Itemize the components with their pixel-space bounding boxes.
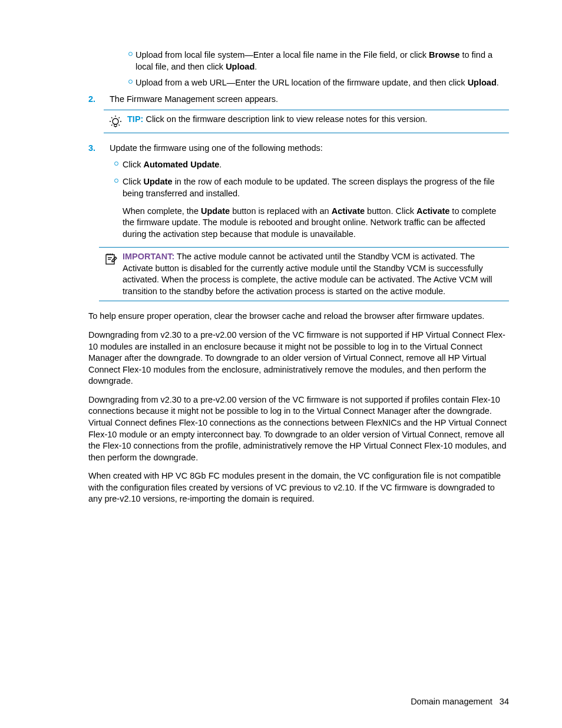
important-text: The active module cannot be activated un… <box>123 252 492 296</box>
paragraph: To help ensure proper operation, clear t… <box>88 311 509 322</box>
continuation-text: When complete, the Update button is repl… <box>123 206 509 241</box>
text: When complete, the <box>123 206 201 216</box>
page-footer: Domain management 34 <box>411 696 509 708</box>
svg-point-0 <box>113 118 118 124</box>
important-callout: IMPORTANT: The active module cannot be a… <box>99 247 509 301</box>
step-3: 3. Update the firmware using one of the … <box>88 143 509 154</box>
step-text: The Firmware Management screen appears. <box>110 94 509 106</box>
text: Upload from local file system—Enter a lo… <box>135 50 429 60</box>
sub-bullet: Click Automated Update. <box>123 159 509 171</box>
bold: Upload <box>226 62 254 71</box>
sub-bullet: Upload from a web URL—Enter the URL loca… <box>135 77 509 89</box>
sub-bullet: Upload from local file system—Enter a lo… <box>135 50 509 73</box>
bold: Upload <box>468 78 497 87</box>
bold: Update <box>143 177 172 186</box>
bold: Automated Update <box>143 160 219 169</box>
important-label: IMPORTANT: <box>123 252 174 261</box>
text: Click <box>123 160 143 169</box>
bullet-circle-icon <box>128 80 133 84</box>
bold: Activate <box>416 206 449 216</box>
bullet-circle-icon <box>114 179 118 183</box>
step-2: 2. The Firmware Management screen appear… <box>88 94 509 106</box>
sub-bullet: Click Update in the row of each module t… <box>123 176 509 199</box>
step-number: 2. <box>88 94 110 106</box>
bullet-circle-icon <box>114 162 118 166</box>
text: in the row of each module to be updated.… <box>123 177 495 198</box>
text: . <box>254 62 257 71</box>
lightbulb-icon <box>109 115 122 129</box>
text: . <box>219 160 222 169</box>
tip-callout: TIP: Click on the firmware description l… <box>104 110 509 133</box>
bullet-circle-icon <box>128 52 133 56</box>
svg-line-7 <box>111 125 113 126</box>
paragraph: Downgrading from v2.30 to a pre-v2.00 ve… <box>88 394 509 463</box>
step-text: Update the firmware using one of the fol… <box>110 143 509 154</box>
bold: Browse <box>429 50 459 60</box>
tip-text: Click on the firmware description link t… <box>143 114 427 124</box>
footer-page-number: 34 <box>500 697 509 706</box>
svg-line-6 <box>119 125 120 126</box>
bold: Update <box>201 206 230 216</box>
text: Upload from a web URL—Enter the URL loca… <box>135 78 468 87</box>
text: . <box>497 78 499 87</box>
footer-section: Domain management <box>411 697 492 706</box>
svg-line-5 <box>111 117 113 118</box>
paragraph: Downgrading from v2.30 to a pre-v2.00 ve… <box>88 330 509 387</box>
text: button. Click <box>365 206 416 216</box>
document-page: Upload from local file system—Enter a lo… <box>0 0 562 728</box>
step-number: 3. <box>88 143 110 154</box>
text: button is replaced with an <box>230 206 332 216</box>
svg-line-8 <box>119 117 120 118</box>
tip-label: TIP: <box>127 114 143 124</box>
paragraph: When created with HP VC 8Gb FC modules p… <box>88 470 509 505</box>
bold: Activate <box>332 206 365 216</box>
text: Click <box>123 177 143 186</box>
note-icon <box>104 252 117 297</box>
